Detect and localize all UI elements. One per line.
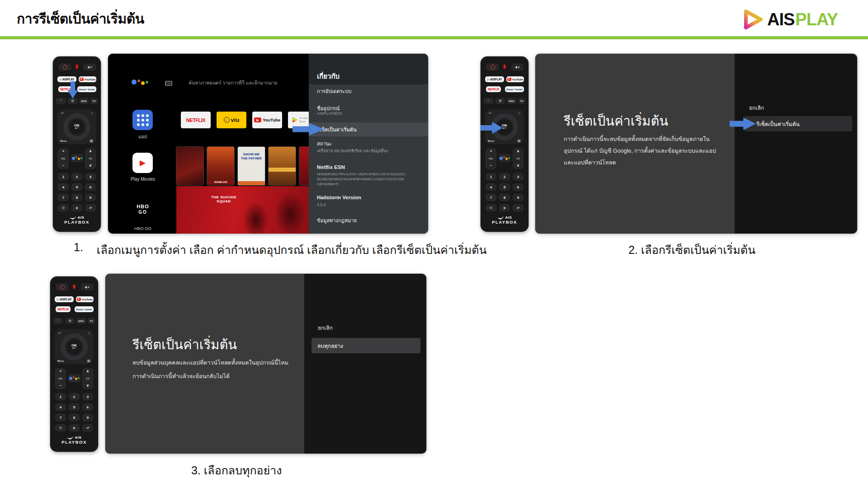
- disney-hotstar-button[interactable]: Disney+ hotstar: [77, 86, 96, 92]
- disney-hotstar-button[interactable]: Disney+ hotstar: [75, 306, 94, 312]
- apps-grid-icon[interactable]: ▦: [517, 139, 521, 143]
- aisplay-button[interactable]: ▷AISPLAY: [485, 76, 504, 82]
- digit-button-9[interactable]: 9: [82, 414, 93, 421]
- menu-item-netflix-esn[interactable]: Netflix ESN: [317, 164, 345, 170]
- movie-poster[interactable]: [176, 147, 203, 185]
- home-icon[interactable]: ⌂: [88, 332, 90, 335]
- epg-button[interactable]: EPG: [76, 318, 86, 324]
- google-assistant-button[interactable]: [71, 154, 83, 162]
- keyboard-icon[interactable]: [165, 81, 172, 86]
- digit-button-5[interactable]: 5: [499, 183, 510, 191]
- digit-button-9[interactable]: 9: [85, 194, 96, 201]
- mute-button[interactable]: ×: [511, 64, 524, 70]
- backspace-button[interactable]: ◂×: [513, 204, 524, 211]
- digit-button-4[interactable]: 4: [486, 183, 496, 191]
- digit-button-6[interactable]: 6: [82, 403, 93, 411]
- settings-button[interactable]: ⚙: [495, 98, 505, 104]
- home-icon[interactable]: ⌂: [90, 112, 93, 115]
- promo-banner[interactable]: THE SUICIDE SQUAD: [176, 186, 309, 234]
- digit-button-2[interactable]: 2: [71, 173, 82, 180]
- tv-button[interactable]: TV: [90, 98, 98, 104]
- digit-button-6[interactable]: 6: [85, 183, 96, 191]
- option-button[interactable]: ◎: [58, 204, 69, 211]
- google-assistant-button[interactable]: [499, 154, 511, 162]
- apps-grid-icon[interactable]: ▦: [90, 139, 93, 143]
- power-button[interactable]: [59, 64, 71, 70]
- digit-button-7[interactable]: 7: [486, 194, 496, 201]
- youtube-button[interactable]: ▶YouTube: [79, 76, 96, 82]
- digit-button-7[interactable]: 7: [55, 414, 66, 421]
- digit-button-0[interactable]: 0: [71, 204, 82, 211]
- favorite-button[interactable]: ♡: [484, 98, 493, 104]
- option-button[interactable]: ◎: [486, 204, 496, 211]
- cancel-option[interactable]: ยกเลิก: [749, 103, 764, 112]
- digit-button-2[interactable]: 2: [499, 173, 510, 180]
- digit-button-8[interactable]: 8: [69, 414, 80, 421]
- back-icon[interactable]: ↩: [61, 112, 64, 115]
- menu-item-legal-info[interactable]: ข้อมูลทางกฎหมาย: [317, 216, 357, 225]
- ok-button[interactable]: OK▶/II: [69, 119, 85, 135]
- digit-button-0[interactable]: 0: [69, 424, 80, 431]
- volume-rocker[interactable]: +VOL−: [55, 368, 66, 389]
- digit-button-3[interactable]: 3: [85, 173, 96, 180]
- hbo-go-button[interactable]: HBOGO: [132, 204, 153, 215]
- menu-item-status[interactable]: สถานะ: [317, 140, 332, 148]
- youtube-button[interactable]: ▶YouTube: [76, 296, 94, 302]
- search-hint[interactable]: ค้นหาภาพยนตร์ รายการทีวี และอีกมากมาย: [189, 79, 277, 87]
- movie-poster-show-me-the-father[interactable]: SHOW ME THE FATHER: [238, 147, 265, 185]
- channel-rocker[interactable]: ∧CH∨: [85, 148, 96, 169]
- apps-button[interactable]: [132, 110, 153, 130]
- digit-button-8[interactable]: 8: [499, 194, 510, 201]
- menu-button[interactable]: Menu: [60, 140, 66, 143]
- digit-button-7[interactable]: 7: [58, 194, 69, 201]
- tv-button[interactable]: TV: [518, 98, 525, 104]
- digit-button-1[interactable]: 1: [486, 173, 496, 180]
- dpad[interactable]: ↩ ⌂ Menu ▦ OK▶/II: [55, 329, 94, 364]
- netflix-button[interactable]: NETFLIX: [56, 306, 71, 312]
- digit-button-1[interactable]: 1: [55, 393, 66, 400]
- channel-rocker[interactable]: ∧CH∨: [513, 148, 524, 169]
- menu-button[interactable]: Menu: [57, 360, 64, 363]
- tv-button[interactable]: TV: [88, 318, 95, 324]
- digit-button-5[interactable]: 5: [71, 183, 82, 191]
- back-icon[interactable]: ↩: [58, 332, 61, 335]
- digit-button-6[interactable]: 6: [513, 183, 524, 191]
- back-icon[interactable]: ↩: [489, 112, 492, 115]
- option-button[interactable]: ◎: [55, 424, 66, 431]
- menu-item-hailstorm-version[interactable]: Hailstorm Version: [317, 195, 361, 200]
- dpad[interactable]: ↩ ⌂ Menu ▦ OK▶/II: [57, 109, 96, 144]
- disney-hotstar-button[interactable]: Disney+ hotstar: [505, 86, 524, 92]
- digit-button-4[interactable]: 4: [55, 403, 66, 411]
- digit-button-5[interactable]: 5: [69, 403, 80, 411]
- aisplay-button[interactable]: ▷AISPLAY: [55, 296, 74, 302]
- movie-poster[interactable]: [269, 147, 296, 185]
- mute-button[interactable]: ×: [81, 284, 93, 290]
- backspace-button[interactable]: ◂×: [82, 424, 93, 431]
- viu-tile[interactable]: ▷viu: [217, 112, 246, 128]
- netflix-tile[interactable]: NETFLIX: [181, 112, 211, 128]
- google-assistant-icon[interactable]: [132, 79, 148, 85]
- volume-rocker[interactable]: +VOL−: [58, 148, 69, 169]
- digit-button-3[interactable]: 3: [513, 173, 524, 180]
- menu-button[interactable]: Menu: [488, 140, 494, 143]
- digit-button-1[interactable]: 1: [58, 173, 69, 180]
- digit-button-0[interactable]: 0: [499, 204, 510, 211]
- settings-button[interactable]: ⚙: [68, 98, 77, 104]
- power-button[interactable]: [486, 64, 499, 70]
- digit-button-2[interactable]: 2: [69, 393, 80, 400]
- cancel-option[interactable]: ยกเลิก: [318, 323, 333, 332]
- settings-button[interactable]: ⚙: [65, 318, 75, 324]
- erase-everything-option[interactable]: ลบทุกอย่าง: [311, 338, 420, 353]
- google-assistant-button[interactable]: [68, 374, 80, 382]
- factory-reset-option[interactable]: รีเซ็ตเป็นค่าเริ่มต้น: [745, 116, 852, 131]
- youtube-tile[interactable]: ▶YouTube: [252, 112, 282, 128]
- volume-rocker[interactable]: +VOL−: [486, 148, 496, 169]
- menu-item-factory-reset[interactable]: รีเซ็ตเป็นค่าเริ่มต้น: [309, 122, 428, 136]
- home-icon[interactable]: ⌂: [518, 112, 520, 115]
- digit-button-3[interactable]: 3: [82, 393, 93, 400]
- menu-item-system-update[interactable]: การอัปเดตระบบ: [317, 87, 351, 95]
- digit-button-4[interactable]: 4: [58, 183, 69, 191]
- ok-button[interactable]: OK▶/II: [66, 339, 82, 355]
- netflix-button[interactable]: NETFLIX: [486, 86, 501, 92]
- channel-rocker[interactable]: ∧CH∨: [82, 368, 93, 389]
